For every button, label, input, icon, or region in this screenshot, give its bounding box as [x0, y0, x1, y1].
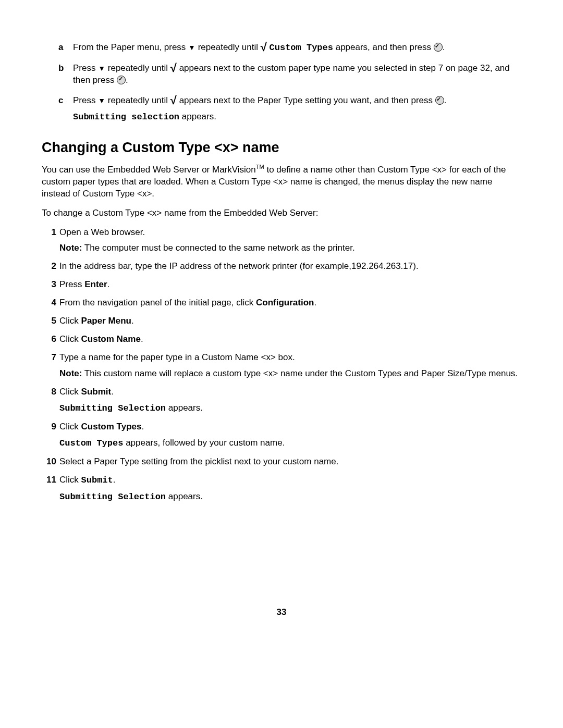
- screen-text: Custom Types: [59, 438, 123, 448]
- text: .: [113, 475, 116, 485]
- down-arrow-icon: [98, 63, 105, 73]
- text: repeatedly until: [198, 42, 261, 52]
- step-b: b Press repeatedly until appears next to…: [42, 63, 521, 87]
- text: appears.: [166, 403, 203, 413]
- bold-text: Custom Types: [81, 422, 142, 431]
- step-body: Click Paper Menu.: [59, 315, 521, 327]
- step-c: c Press repeatedly until appears next to…: [42, 95, 521, 124]
- step-number: 8: [42, 386, 56, 398]
- text: .: [444, 95, 447, 105]
- step-a: a From the Paper menu, press repeatedly …: [42, 42, 521, 54]
- text: Press: [73, 95, 98, 105]
- step-c-line2: Submitting selection appears.: [73, 111, 521, 124]
- text: Type a name for the paper type in a Cust…: [59, 352, 295, 362]
- text: From the navigation panel of the initial…: [59, 298, 256, 307]
- text: .: [111, 387, 114, 397]
- step-marker: a: [42, 42, 73, 54]
- screen-text: Submitting selection: [73, 112, 179, 122]
- text: The computer must be connected to the sa…: [82, 243, 354, 253]
- note-label: Note:: [59, 368, 82, 378]
- step-number: 7: [42, 352, 56, 364]
- screen-text: Submit: [81, 475, 113, 485]
- text: This custom name will replace a custom t…: [82, 368, 518, 378]
- bold-text: Configuration: [256, 298, 314, 307]
- text: .: [107, 279, 110, 289]
- text: You can use the Embedded Web Server or M…: [42, 165, 256, 175]
- intro-paragraph-1: You can use the Embedded Web Server or M…: [42, 163, 521, 200]
- text: Click: [59, 316, 81, 326]
- text: appears, followed by your custom name.: [123, 438, 285, 448]
- text: .: [443, 42, 445, 52]
- select-button-icon: [434, 43, 443, 52]
- text: .: [131, 316, 134, 326]
- step-number: 9: [42, 421, 56, 433]
- step-number: 3: [42, 279, 56, 291]
- step-body: Type a name for the paper type in a Cust…: [59, 352, 521, 380]
- step-body: Click Submit. Submitting Selection appea…: [59, 474, 521, 503]
- text: Click: [59, 334, 81, 344]
- result-line: Submitting Selection appears.: [59, 402, 521, 415]
- text: appears, and then press: [336, 42, 434, 52]
- step-3: 3 Press Enter.: [42, 279, 521, 291]
- text: appears next to the Paper Type setting y…: [179, 95, 435, 105]
- step-body: Click Submit. Submitting Selection appea…: [59, 386, 521, 415]
- step-6: 6 Click Custom Name.: [42, 334, 521, 346]
- text: Click: [59, 387, 81, 397]
- content-area: a From the Paper menu, press repeatedly …: [42, 42, 521, 503]
- down-arrow-icon: [98, 95, 105, 105]
- result-line: Custom Types appears, followed by your c…: [59, 437, 521, 450]
- section-heading: Changing a Custom Type <x> name: [42, 138, 521, 157]
- text: repeatedly until: [108, 63, 170, 73]
- screen-text: Submitting Selection: [59, 492, 166, 502]
- step-number: 10: [42, 456, 56, 468]
- step-7: 7 Type a name for the paper type in a Cu…: [42, 352, 521, 380]
- step-number: 1: [42, 227, 56, 239]
- step-body: Open a Web browser. Note: The computer m…: [59, 227, 521, 255]
- step-marker: c: [42, 95, 73, 107]
- step-marker: b: [42, 63, 73, 75]
- text: repeatedly until: [108, 95, 170, 105]
- step-body: From the navigation panel of the initial…: [59, 297, 521, 309]
- step-number: 2: [42, 261, 56, 273]
- step-body: Select a Paper Type setting from the pic…: [59, 456, 521, 468]
- text: .: [141, 422, 144, 431]
- text: .: [126, 75, 128, 85]
- screen-text: Custom Types: [270, 43, 333, 53]
- page-number: 33: [0, 607, 563, 619]
- result-line: Submitting Selection appears.: [59, 491, 521, 503]
- step-1: 1 Open a Web browser. Note: The computer…: [42, 227, 521, 255]
- text: Press: [59, 279, 84, 289]
- text: .: [141, 334, 143, 344]
- text: Click: [59, 422, 81, 431]
- note-label: Note:: [59, 243, 82, 253]
- select-button-icon: [117, 76, 126, 84]
- step-11: 11 Click Submit. Submitting Selection ap…: [42, 474, 521, 503]
- step-body: Press Enter.: [59, 279, 521, 291]
- down-arrow-icon: [188, 42, 195, 52]
- text: Open a Web browser.: [59, 227, 145, 237]
- bold-text: Enter: [84, 279, 107, 289]
- text: appears.: [166, 491, 203, 501]
- lettered-steps: a From the Paper menu, press repeatedly …: [42, 42, 521, 124]
- numbered-steps: 1 Open a Web browser. Note: The computer…: [42, 227, 521, 503]
- step-body: Press repeatedly until appears next to t…: [73, 63, 521, 87]
- step-10: 10 Select a Paper Type setting from the …: [42, 456, 521, 468]
- step-9: 9 Click Custom Types. Custom Types appea…: [42, 421, 521, 450]
- step-body: In the address bar, type the IP address …: [59, 261, 521, 273]
- text: appears.: [179, 112, 216, 121]
- step-8: 8 Click Submit. Submitting Selection app…: [42, 386, 521, 415]
- step-number: 4: [42, 297, 56, 309]
- text: Press: [73, 63, 98, 73]
- step-body: Click Custom Name.: [59, 334, 521, 346]
- screen-text: Submitting Selection: [59, 403, 166, 413]
- text: From the Paper menu, press: [73, 42, 188, 52]
- bold-text: Paper Menu: [81, 316, 131, 326]
- step-body: Click Custom Types. Custom Types appears…: [59, 421, 521, 450]
- step-body: From the Paper menu, press repeatedly un…: [73, 42, 521, 54]
- intro-paragraph-2: To change a Custom Type <x> name from th…: [42, 207, 521, 219]
- step-number: 11: [42, 474, 56, 486]
- step-2: 2 In the address bar, type the IP addres…: [42, 261, 521, 273]
- step-body: Press repeatedly until appears next to t…: [73, 95, 521, 124]
- step-number: 5: [42, 315, 56, 327]
- step-5: 5 Click Paper Menu.: [42, 315, 521, 327]
